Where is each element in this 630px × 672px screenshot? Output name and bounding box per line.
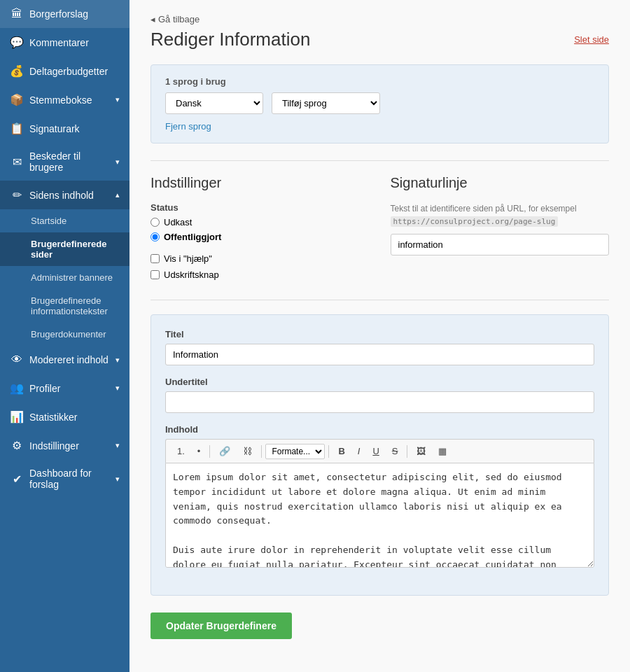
show-help-checkbox-item[interactable]: Vis i "hjælp" — [150, 253, 370, 264]
modereret-icon: 👁 — [10, 354, 24, 366]
subtitle-field: Undertitel — [165, 377, 594, 413]
sidebar-item-label: Deltagerbudgetter — [29, 66, 108, 77]
main-content: ◂ Gå tilbage Rediger Information Slet si… — [130, 0, 630, 672]
sidebar-sub-item-administrer-bannere[interactable]: Administrer bannere — [0, 266, 130, 289]
signature-panel: Signaturlinje Tekst til at identificere … — [391, 175, 610, 286]
chevron-up-icon: ▴ — [115, 190, 120, 200]
sidebar-item-label: Signaturark — [29, 123, 80, 134]
page-title: Rediger Information — [150, 29, 310, 50]
sidebar-item-deltagerbudgetter[interactable]: 💰 Deltagerbudgetter — [0, 57, 130, 85]
title-field: Titel — [165, 329, 594, 365]
sidebar-sub-item-startside[interactable]: Startside — [0, 209, 130, 232]
italic-button[interactable]: I — [352, 443, 366, 459]
format-select[interactable]: Formate... — [265, 444, 325, 459]
language-count-label: 1 sprog i brug — [165, 76, 594, 87]
sidens-indhold-icon: ✏ — [10, 188, 24, 202]
body-label: Indhold — [165, 424, 594, 435]
sidebar-item-borgerforslag[interactable]: 🏛 Borgerforslag — [0, 0, 130, 28]
sidebar-item-beskeder[interactable]: ✉ Beskeder til brugere ▾ — [0, 143, 130, 181]
sidebar-item-label: Stemmebokse — [29, 94, 92, 106]
unlink-button[interactable]: ⛓ — [237, 443, 258, 459]
update-button[interactable]: Opdater Brugerdefinere — [150, 612, 292, 639]
sidebar-item-profiler[interactable]: 👥 Profiler ▾ — [0, 374, 130, 402]
divider — [150, 160, 609, 161]
back-link[interactable]: ◂ Gå tilbage — [150, 14, 609, 24]
print-button-checkbox-item[interactable]: Udskriftsknap — [150, 270, 370, 280]
toolbar-divider-3 — [328, 445, 329, 458]
bold-button[interactable]: B — [332, 443, 350, 459]
status-radio-group: Udkast Offentliggjort — [150, 217, 370, 242]
underline-button[interactable]: U — [367, 443, 384, 459]
show-help-checkbox[interactable] — [150, 254, 160, 263]
ordered-list-button[interactable]: 1. — [172, 443, 190, 459]
signature-hint: Tekst til at identificere siden på URL, … — [391, 202, 610, 228]
body-textarea[interactable]: Lorem ipsum dolor sit amet, consectetur … — [165, 463, 594, 568]
subtitle-label: Undertitel — [165, 377, 594, 387]
sidebar-sub-item-brugerdefinerede-informationstekster[interactable]: Brugerdefinerede informationstekster — [0, 289, 130, 323]
kommentarer-icon: 💬 — [10, 36, 24, 49]
settings-panel: Indstillinger Status Udkast Offentliggjo… — [150, 175, 370, 286]
sidebar-sub-item-brugerdokumenter[interactable]: Brugerdokumenter — [0, 323, 130, 346]
stemmebokse-icon: 📦 — [10, 93, 24, 106]
sidebar-item-label: Indstillinger — [29, 440, 79, 451]
status-field: Status Udkast Offentliggjort — [150, 202, 370, 242]
sidebar-item-label: Sidens indhold — [29, 190, 94, 201]
chevron-down-icon: ▾ — [115, 441, 120, 450]
subtitle-input[interactable] — [165, 391, 594, 413]
body-field: Indhold 1. • 🔗 ⛓ Formate... B I U S 🖼 ▦ — [165, 424, 594, 570]
indstillinger-icon: ⚙ — [10, 439, 24, 452]
status-draft-radio[interactable] — [150, 218, 160, 227]
remove-language-link[interactable]: Fjern sprog — [165, 121, 211, 132]
sidebar-item-modereret-indhold[interactable]: 👁 Modereret indhold ▾ — [0, 346, 130, 374]
signaturark-icon: 📋 — [10, 122, 24, 135]
language-row: Dansk Tilføj sprog — [165, 92, 594, 114]
print-button-checkbox[interactable] — [150, 270, 160, 279]
status-draft-option[interactable]: Udkast — [150, 217, 370, 227]
image-button[interactable]: 🖼 — [411, 443, 431, 459]
title-label: Titel — [165, 329, 594, 340]
language-select[interactable]: Dansk — [165, 92, 263, 114]
borgerforslag-icon: 🏛 — [10, 8, 24, 20]
language-section: 1 sprog i brug Dansk Tilføj sprog Fjern … — [150, 64, 609, 144]
sidebar-item-indstillinger[interactable]: ⚙ Indstillinger ▾ — [0, 431, 130, 460]
status-public-option[interactable]: Offentliggjort — [150, 232, 370, 242]
table-button[interactable]: ▦ — [433, 443, 452, 459]
chevron-down-icon: ▾ — [115, 384, 120, 393]
chevron-down-icon: ▾ — [115, 95, 120, 104]
sidebar-item-label: Borgerforslag — [29, 8, 88, 20]
chevron-down-icon: ▾ — [115, 475, 120, 484]
chevron-down-icon: ▾ — [115, 158, 120, 167]
beskeder-icon: ✉ — [10, 155, 24, 169]
title-input[interactable] — [165, 344, 594, 365]
sidebar-item-statistikker[interactable]: 📊 Statistikker — [0, 402, 130, 431]
sidebar-item-signaturark[interactable]: 📋 Signaturark — [0, 114, 130, 143]
sidebar-item-dashboard-forslag[interactable]: ✔ Dashboard for forslag ▾ — [0, 460, 130, 498]
chevron-down-icon: ▾ — [115, 356, 120, 365]
sidebar-item-stemmebokse[interactable]: 📦 Stemmebokse ▾ — [0, 85, 130, 114]
sidebar-item-label: Beskeder til brugere — [29, 150, 110, 173]
back-arrow-icon: ◂ — [150, 14, 155, 24]
unordered-list-button[interactable]: • — [192, 443, 206, 459]
sidebar-sub-item-brugerdefinerede-sider[interactable]: Brugerdefinerede sider — [0, 232, 130, 266]
sidebar-item-label: Dashboard for forslag — [29, 468, 110, 490]
statistikker-icon: 📊 — [10, 410, 24, 424]
signature-input[interactable] — [391, 234, 610, 255]
toolbar-divider-4 — [407, 445, 407, 458]
sidebar-item-label: Statistikker — [29, 412, 77, 423]
sidebar-item-label: Modereret indhold — [29, 354, 108, 365]
settings-heading: Indstillinger — [150, 175, 370, 191]
divider-2 — [150, 300, 609, 300]
sidebar-item-kommentarer[interactable]: 💬 Kommentarer — [0, 28, 130, 57]
content-section: Titel Undertitel Indhold 1. • 🔗 ⛓ Format… — [150, 314, 609, 596]
status-label: Status — [150, 202, 370, 213]
strikethrough-button[interactable]: S — [386, 443, 404, 459]
link-button[interactable]: 🔗 — [214, 443, 236, 459]
status-public-radio[interactable] — [150, 232, 160, 241]
deltagerbudgetter-icon: 💰 — [10, 64, 24, 78]
delete-page-link[interactable]: Slet side — [574, 34, 609, 45]
add-language-select[interactable]: Tilføj sprog — [272, 92, 380, 114]
sidebar-item-sidens-indhold[interactable]: ✏ Sidens indhold ▴ — [0, 181, 130, 209]
signature-heading: Signaturlinje — [391, 175, 610, 191]
rte-toolbar: 1. • 🔗 ⛓ Formate... B I U S 🖼 ▦ — [165, 439, 594, 463]
profiler-icon: 👥 — [10, 382, 24, 395]
